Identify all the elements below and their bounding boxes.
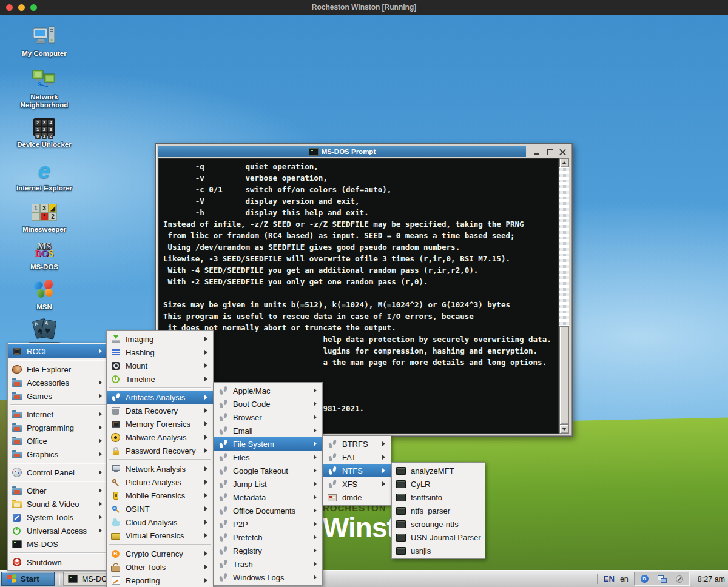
- scroll-down-button[interactable]: [559, 424, 569, 434]
- filesystem-item-fat[interactable]: FAT: [323, 451, 391, 464]
- rcci-item-other-tools[interactable]: Other Tools: [107, 560, 213, 574]
- rcci-item-memory-forensics[interactable]: Memory Forensics: [107, 417, 213, 431]
- maximize-button[interactable]: [547, 149, 553, 155]
- zoom-traffic-light[interactable]: [30, 4, 37, 11]
- filesystem-item-ntfs[interactable]: NTFS: [323, 464, 391, 477]
- artifacts-item-browser[interactable]: Browser: [214, 411, 322, 424]
- submenu-arrow-icon: [382, 481, 388, 486]
- desktop-icon-internet-explorer[interactable]: e Internet Explorer: [13, 159, 76, 192]
- filesystem-item-xfs[interactable]: XFS: [323, 477, 391, 491]
- desktop-icon-msn[interactable]: MSN: [13, 278, 76, 311]
- artifacts-item-file-system[interactable]: File System: [214, 437, 322, 451]
- artifacts-item-office-documents[interactable]: Office Documents: [214, 504, 322, 517]
- desktop-icon-device-unlocker[interactable]: 2 3 4 1 2 3 0 1 2 Device Unlocker: [13, 115, 76, 149]
- start-menu-item-system-tools[interactable]: System Tools: [8, 511, 107, 524]
- desktop-icon-minesweeper[interactable]: 1 3 ◢ * 2 Minesweeper: [13, 200, 76, 233]
- artifacts-item-windows-logs[interactable]: Windows Logs: [214, 571, 322, 584]
- artifacts-item-registry[interactable]: Registry: [214, 544, 322, 557]
- start-menu-item-other[interactable]: Other: [8, 484, 107, 497]
- desktop-icon-ms-dos[interactable]: MS DOS MS-DOS: [13, 238, 76, 271]
- close-button[interactable]: [559, 149, 566, 155]
- start-menu-item-control-panel[interactable]: Control Panel: [8, 466, 107, 479]
- submenu-arrow-icon: [99, 394, 104, 398]
- vertical-scrollbar[interactable]: [559, 158, 569, 434]
- menu-item-label: Other Tools: [126, 563, 201, 572]
- rcci-item-password-recovery[interactable]: Password Recovery: [107, 444, 213, 457]
- start-menu-item-universal-access[interactable]: Universal Access: [8, 524, 107, 537]
- artifacts-item-metadata[interactable]: Metadata: [214, 491, 322, 504]
- start-menu-item-sound-video[interactable]: Sound & Video: [8, 497, 107, 511]
- start-menu-item-file-explorer[interactable]: File Explorer: [8, 363, 107, 376]
- rcci-item-network-analysis[interactable]: Network Analysis: [107, 462, 213, 475]
- tray-divider: [597, 574, 598, 584]
- start-menu-item-games[interactable]: Games: [8, 389, 107, 403]
- rcci-item-mobile-forensics[interactable]: Mobile Forensics: [107, 489, 213, 502]
- ntfs-item-ntfs-parser[interactable]: ntfs_parser: [392, 504, 485, 517]
- menu-item-label: Password Recovery: [126, 446, 201, 455]
- mine-flag-cell: ◢: [49, 204, 57, 212]
- start-menu-item-ms-dos[interactable]: MS-DOS: [8, 537, 107, 551]
- rcci-item-imaging[interactable]: Imaging: [107, 332, 213, 346]
- start-menu-item-internet[interactable]: Internet: [8, 408, 107, 421]
- menu-item-label: Shutdown: [27, 558, 104, 567]
- submenu-arrow-icon: [204, 408, 210, 413]
- rcci-item-osint[interactable]: OSINT: [107, 502, 213, 515]
- ntfs-item-usnjls[interactable]: usnjls: [392, 544, 485, 557]
- msdos-o: O: [41, 249, 49, 258]
- ntfs-item-scrounge-ntfs[interactable]: scrounge-ntfs: [392, 517, 485, 531]
- bluetooth-icon[interactable]: [641, 575, 649, 583]
- rcci-item-cloud-analysis[interactable]: Cloud Analysis: [107, 515, 213, 529]
- artifacts-item-apple-mac[interactable]: Apple/Mac: [214, 384, 322, 397]
- submenu-arrow-icon: [204, 395, 210, 400]
- volume-tray-icon[interactable]: [676, 575, 683, 583]
- start-menu-item-graphics[interactable]: Graphics: [8, 448, 107, 461]
- submenu-arrow-icon: [99, 470, 104, 475]
- artifacts-item-google-takeout[interactable]: Google Takeout: [214, 464, 322, 477]
- rcci-item-timeline[interactable]: Timeline: [107, 372, 213, 386]
- ntfs-item-usn-journal-parser[interactable]: USN Journal Parser: [392, 531, 485, 544]
- start-menu-item-accessories[interactable]: Accessories: [8, 376, 107, 389]
- start-menu-item-programming[interactable]: Programming: [8, 421, 107, 434]
- artifacts-item-jump-list[interactable]: Jump List: [214, 477, 322, 491]
- artifacts-item-prefetch[interactable]: Prefetch: [214, 531, 322, 544]
- start-menu-item-rcci[interactable]: RCCI: [8, 344, 107, 358]
- rcci-item-malware-analysis[interactable]: Malware Analysis: [107, 431, 213, 444]
- dial-digit: 1: [42, 133, 47, 139]
- language-indicator-caps[interactable]: EN: [604, 574, 615, 583]
- start-button[interactable]: Start: [1, 572, 55, 586]
- menu-item-label: Internet: [27, 410, 95, 419]
- rcci-item-mount[interactable]: Mount: [107, 359, 213, 372]
- artifacts-item-boot-code[interactable]: Boot Code: [214, 397, 322, 411]
- start-menu-item-shutdown[interactable]: Shutdown: [8, 555, 107, 569]
- rcci-item-data-recovery[interactable]: Data Recovery: [107, 404, 213, 417]
- rcci-item-virtual-forensics[interactable]: Virtual Forensics: [107, 529, 213, 542]
- ntfs-item-analyzemft[interactable]: analyzeMFT: [392, 464, 485, 477]
- rcci-item-crypto-currency[interactable]: Crypto Currency: [107, 547, 213, 560]
- scroll-up-button[interactable]: [559, 158, 569, 167]
- vm-titlebar: Rocheston Winston [Running]: [0, 0, 728, 15]
- minimize-button[interactable]: [534, 149, 541, 155]
- ntfs-item-fsntfsinfo[interactable]: fsntfsinfo: [392, 491, 485, 504]
- rcci-item-artifacts-analysis[interactable]: Artifacts Analysis: [107, 391, 213, 404]
- rcci-item-picture-analysis[interactable]: Picture Analysis: [107, 475, 213, 489]
- filesystem-item-btrfs[interactable]: BTRFS: [323, 437, 391, 451]
- start-menu-item-office[interactable]: Office: [8, 434, 107, 448]
- rcci-item-hashing[interactable]: Hashing: [107, 346, 213, 359]
- artifacts-item-files[interactable]: Files: [214, 451, 322, 464]
- console-app-icon: [395, 546, 406, 556]
- window-titlebar[interactable]: MS-DOS Prompt: [158, 146, 526, 157]
- artifacts-item-email[interactable]: Email: [214, 424, 322, 437]
- ntfs-item-cylr[interactable]: CyLR: [392, 477, 485, 491]
- filesystem-item-dmde[interactable]: dmde: [323, 491, 391, 504]
- artifacts-item-trash[interactable]: Trash: [214, 557, 322, 571]
- desktop-icon-my-computer[interactable]: My Computer: [13, 24, 76, 58]
- language-indicator[interactable]: en: [620, 575, 629, 583]
- submenu-arrow-icon: [99, 380, 104, 385]
- minimize-traffic-light[interactable]: [18, 4, 25, 11]
- desktop-icon-network-neighborhood[interactable]: Network Neighborhood: [13, 68, 76, 109]
- artifacts-item-p2p[interactable]: P2P: [214, 517, 322, 531]
- network-tray-icon[interactable]: [658, 575, 667, 583]
- rcci-item-reporting[interactable]: Reporting: [107, 574, 213, 587]
- scrollbar-thumb[interactable]: [559, 326, 569, 424]
- close-traffic-light[interactable]: [6, 4, 13, 11]
